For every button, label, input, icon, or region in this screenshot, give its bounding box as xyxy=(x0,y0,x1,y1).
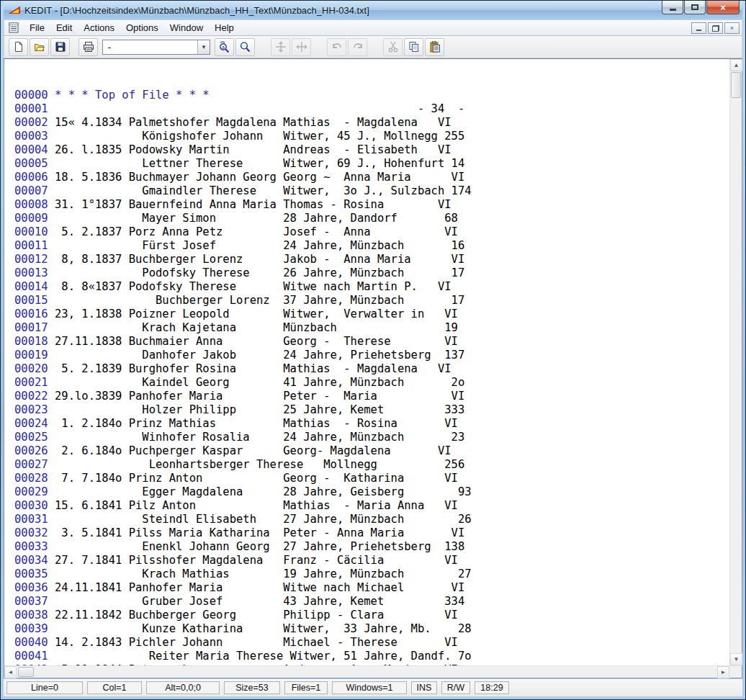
editor-line[interactable]: 00014 8. 8«1837 Podofsky Therese Witwe n… xyxy=(14,280,729,294)
line-number: 00038 xyxy=(14,609,48,622)
editor-line[interactable]: 00018 27.11.1838 Buchmaier Anna Georg - … xyxy=(14,335,729,349)
editor-line[interactable]: 00028 7. 7.184o Prinz Anton Georg - Kath… xyxy=(14,472,729,485)
horizontal-scroll-thumb[interactable] xyxy=(18,667,34,677)
editor-line[interactable]: 00033 Enenkl Johann Georg 27 Jahre, Prie… xyxy=(14,540,729,554)
editor-line[interactable]: 00002 15« 4.1834 Palmetshofer Magdalena … xyxy=(14,116,729,130)
shift-right-button[interactable] xyxy=(292,38,311,56)
editor-line[interactable]: 00020 5. 2.1839 Burghofer Rosina Mathias… xyxy=(14,362,729,376)
redo-button[interactable] xyxy=(348,38,367,56)
editor-line[interactable]: 00008 31. 1°1837 Bauernfeind Anna Maria … xyxy=(14,198,729,212)
editor-line[interactable]: 00032 3. 5.1841 Pilss Maria Katharina Pe… xyxy=(14,526,729,540)
minimize-button[interactable] xyxy=(662,1,683,14)
status-readwrite[interactable]: R/W xyxy=(441,681,470,694)
line-text: Winhofer Rosalia 24 Jahre, Münzbach 23 xyxy=(48,431,465,444)
editor-line[interactable]: 00036 24.11.1841 Panhofer Maria Witwe na… xyxy=(14,581,729,595)
scroll-left-button[interactable]: ◄ xyxy=(4,666,17,678)
horizontal-scrollbar[interactable]: ◄ ► xyxy=(4,666,729,678)
shift-left-button[interactable] xyxy=(271,38,290,56)
editor-line[interactable]: 00004 26. l.1835 Podowsky Martin Andreas… xyxy=(14,143,729,157)
menu-options[interactable]: Options xyxy=(120,20,164,35)
editor-line[interactable]: 00019 Danhofer Jakob 24 Jahre, Priehetsb… xyxy=(14,349,729,362)
menu-edit[interactable]: Edit xyxy=(50,20,78,35)
editor-line[interactable]: 00034 27. 7.1841 Pilsshofer Magdalena Fr… xyxy=(14,554,729,567)
document-icon[interactable] xyxy=(9,22,19,33)
editor-line[interactable]: 00026 2. 6.184o Puchperger Kaspar Georg-… xyxy=(14,444,729,458)
combobox-dropdown-button[interactable]: ▼ xyxy=(197,40,210,54)
status-size: Size=53 xyxy=(224,681,280,694)
save-file-button[interactable] xyxy=(50,38,70,56)
editor-line[interactable]: 00041 Reiter Maria Therese Witwer, 51 Ja… xyxy=(14,650,729,663)
editor-line[interactable]: 00021 Kaindel Georg 41 Jahre, Münzbach 2… xyxy=(14,376,729,390)
scroll-up-button[interactable]: ▲ xyxy=(730,59,742,71)
mdi-close-button[interactable]: × xyxy=(724,22,740,34)
open-file-button[interactable] xyxy=(30,38,49,56)
editor-line[interactable]: 00027 Leonhartsberger Therese Mollnegg 2… xyxy=(14,458,729,472)
line-number: 00014 xyxy=(14,280,48,293)
command-combobox[interactable]: - ▼ xyxy=(102,40,210,55)
editor-line[interactable]: 00006 18. 5.1836 Buchmayer Johann Georg … xyxy=(14,171,729,184)
editor-line[interactable]: 00001 - 34 - xyxy=(14,102,729,116)
vertical-scroll-track[interactable] xyxy=(730,99,742,653)
editor-line[interactable]: 00039 Kunze Katharina Witwer, 33 Jahre, … xyxy=(14,622,729,636)
scroll-down-button[interactable]: ▼ xyxy=(730,653,742,665)
line-number: 00018 xyxy=(14,335,48,348)
line-number: 00033 xyxy=(14,540,48,553)
line-number: 00026 xyxy=(14,444,48,457)
line-text: Fürst Josef 24 Jahre, Münzbach 16 xyxy=(48,239,465,252)
editor-line[interactable]: 00013 Podofsky Therese 26 Jahre, Münzbac… xyxy=(14,266,729,280)
editor-line[interactable]: 00030 15. 6.1841 Pilz Anton Mathias - Ma… xyxy=(14,499,729,513)
editor-line[interactable]: 00003 Königshofer Johann Witwer, 45 J., … xyxy=(14,130,729,143)
copy-button[interactable] xyxy=(404,38,423,56)
vertical-scroll-thumb[interactable] xyxy=(731,72,741,98)
menu-file[interactable]: File xyxy=(24,20,50,35)
horizontal-scroll-track[interactable] xyxy=(34,666,717,678)
editor-line[interactable]: 00037 Gruber Josef 43 Jahre, Kemet 334 xyxy=(14,595,729,609)
status-line: Line=0 xyxy=(6,681,83,694)
editor-line[interactable]: 00011 Fürst Josef 24 Jahre, Münzbach 16 xyxy=(14,239,729,253)
close-button[interactable]: × xyxy=(706,1,740,14)
editor-line[interactable]: 00031 Steindl Elisabeth 27 Jahre, Münzba… xyxy=(14,513,729,526)
status-insert-mode[interactable]: INS xyxy=(411,681,437,694)
editor-line[interactable]: 00029 Egger Magdalena 28 Jahre, Geisberg… xyxy=(14,485,729,499)
line-text: 24.11.1841 Panhofer Maria Witwe nach Mic… xyxy=(48,581,465,594)
editor-line[interactable]: 00024 1. 2.184o Prinz Mathias Mathias - … xyxy=(14,417,729,431)
editor-line[interactable]: 00038 22.11.1842 Buchberger Georg Philip… xyxy=(14,609,729,622)
editor-line[interactable]: 00016 23, 1.1838 Poizner Leopold Witwer,… xyxy=(14,308,729,321)
editor-line[interactable]: 00007 Gmaindler Therese Witwer, 3o J., S… xyxy=(14,184,729,198)
line-text: 2. 6.184o Puchperger Kaspar Georg- Magda… xyxy=(48,444,451,457)
line-text: 3. 5.1841 Pilss Maria Katharina Peter - … xyxy=(48,526,465,539)
maximize-icon xyxy=(691,4,698,10)
editor-line[interactable]: 00000 * * * Top of File * * * xyxy=(14,89,729,102)
print-button[interactable] xyxy=(78,38,98,56)
editor-line[interactable]: 00025 Winhofer Rosalia 24 Jahre, Münzbac… xyxy=(14,431,729,444)
editor-line[interactable]: 00017 Krach Kajetana Münzbach 19 xyxy=(14,321,729,335)
editor-line[interactable]: 00040 14. 2.1843 Pichler Johann Michael … xyxy=(14,636,729,650)
editor-line[interactable]: 00010 5. 2.1837 Porz Anna Petz Josef - A… xyxy=(14,225,729,239)
menu-help[interactable]: Help xyxy=(209,20,240,35)
cut-button[interactable] xyxy=(383,38,403,56)
new-file-button[interactable] xyxy=(9,38,28,56)
vertical-scrollbar[interactable]: ▲ ▼ xyxy=(729,59,742,665)
editor-line[interactable]: 00012 8, 8.1837 Buchberger Lorenz Jakob … xyxy=(14,253,729,266)
mdi-minimize-button[interactable] xyxy=(691,22,706,34)
editor-line[interactable]: 00009 Mayer Simon 28 Jahre, Dandorf 68 xyxy=(14,212,729,225)
line-text: Gruber Josef 43 Jahre, Kemet 334 xyxy=(48,595,465,608)
line-text: Podofsky Therese 26 Jahre, Münzbach 17 xyxy=(48,266,465,279)
mdi-restore-button[interactable] xyxy=(708,22,723,34)
undo-button[interactable] xyxy=(327,38,346,56)
find-button[interactable]: a xyxy=(215,38,234,56)
editor-line[interactable]: 00035 Krach Mathias 19 Jahre, Münzbach 2… xyxy=(14,567,729,581)
editor-text-area[interactable]: 00000 * * * Top of File * * *00001 - 34 … xyxy=(4,59,729,665)
maximize-button[interactable] xyxy=(684,1,706,14)
editor-line[interactable]: 00005 Lettner Therese Witwer, 69 J., Hoh… xyxy=(14,157,729,171)
editor-line[interactable]: 00015 Buchberger Lorenz 37 Jahre, Münzba… xyxy=(14,294,729,308)
line-text: Reiter Maria Therese Witwer, 51 Jahre, D… xyxy=(48,650,472,663)
editor-line[interactable]: 00023 Holzer Philipp 25 Jahre, Kemet 333 xyxy=(14,403,729,417)
paste-button[interactable] xyxy=(425,38,444,56)
editor-line[interactable]: 00022 29.lo.3839 Panhofer Maria Peter - … xyxy=(14,390,729,403)
menu-window[interactable]: Window xyxy=(164,20,209,35)
scroll-right-button[interactable]: ► xyxy=(717,666,729,678)
find-next-button[interactable] xyxy=(235,38,255,56)
mdi-minimize-icon xyxy=(696,30,701,31)
menu-actions[interactable]: Actions xyxy=(78,20,120,35)
